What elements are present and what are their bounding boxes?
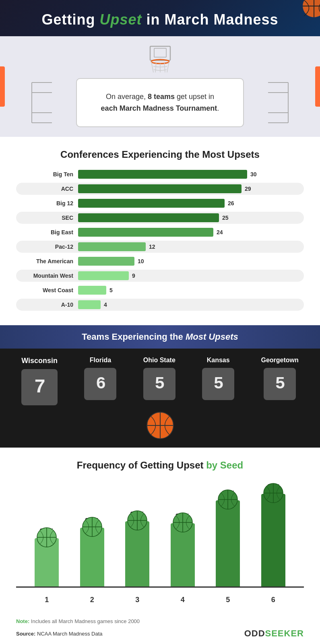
conference-bar-fill <box>78 170 247 179</box>
conference-name: Mountain West <box>21 272 73 279</box>
conference-value: 29 <box>245 186 251 192</box>
teams-section: Teams Experiencing the Most Upsets Wisco… <box>0 325 320 448</box>
conference-bar-fill <box>78 286 106 295</box>
header: Getting Upset in March Madness <box>0 0 320 36</box>
chart-x-label: 3 <box>119 596 155 604</box>
conference-value: 9 <box>132 272 135 279</box>
frequency-chart: 23% 28% 31% <box>16 483 304 588</box>
team-score: 5 <box>143 368 175 400</box>
basketball-bar-top-icon <box>127 510 148 533</box>
conferences-section: Conferences Experiencing the Most Upsets… <box>0 137 320 325</box>
conference-value: 5 <box>109 287 113 293</box>
conference-bar-track: 29 <box>78 184 299 193</box>
chart-x-labels: 123456 <box>16 592 304 604</box>
team-name: Georgetown <box>261 357 298 364</box>
conferences-title: Conferences Experiencing the Most Upsets <box>16 149 304 160</box>
basketball-hoop-icon <box>142 44 178 76</box>
conference-row: Big East 24 <box>16 226 304 238</box>
frequency-bar-col: 30% <box>165 512 201 586</box>
bracket-right-icon <box>256 76 300 129</box>
basketball-center-icon <box>0 411 320 440</box>
conference-bar-track: 30 <box>78 170 299 179</box>
orange-accent-right <box>315 66 320 107</box>
bar-visual <box>261 494 285 586</box>
conference-row: A-10 4 <box>16 299 304 311</box>
frequency-bar-col: 23% <box>29 527 65 586</box>
bar-visual <box>35 538 59 586</box>
chart-x-label: 6 <box>255 596 291 604</box>
conference-bar-fill <box>78 213 219 222</box>
conference-bar-fill <box>78 184 242 193</box>
conference-value: 12 <box>149 244 155 250</box>
teams-title: Teams Experiencing the Most Upsets <box>6 332 314 342</box>
footer-note: Note: Includes all March Madness games s… <box>16 618 304 624</box>
conference-bar-track: 24 <box>78 228 299 237</box>
basketball-bar-top-icon <box>36 527 57 549</box>
bar-visual <box>125 521 149 586</box>
conference-name: Big Ten <box>21 171 73 178</box>
bar-visual <box>216 500 240 586</box>
frequency-section: Frequency of Getting Upset by Seed 23% 2… <box>0 448 320 612</box>
teams-header-banner: Teams Experiencing the Most Upsets <box>0 325 320 349</box>
team-card: Kansas 5 <box>202 357 234 400</box>
team-card: Wisconsin 7 <box>21 357 58 405</box>
frequency-bar-col: 28% <box>74 517 110 586</box>
bar-visual <box>80 528 104 586</box>
conference-value: 30 <box>250 171 257 178</box>
frequency-bar-col: 31% <box>119 510 155 586</box>
team-card: Georgetown 5 <box>261 357 298 400</box>
svg-point-5 <box>151 60 169 64</box>
teams-grid: Wisconsin 7 Florida 6 Ohio State 5 Kansa… <box>0 357 320 405</box>
team-name: Wisconsin <box>21 357 58 365</box>
chart-x-label: 2 <box>74 596 110 604</box>
bar-visual <box>171 523 195 586</box>
conferences-chart: Big Ten 30 ACC 29 Big 12 26 SEC 25 <box>16 168 304 311</box>
team-score: 5 <box>202 368 234 400</box>
team-card: Florida 6 <box>84 357 116 400</box>
conference-bar-track: 12 <box>78 242 299 251</box>
frequency-title: Frequency of Getting Upset by Seed <box>16 460 304 471</box>
team-card: Ohio State 5 <box>143 357 175 400</box>
conference-bar-track: 4 <box>78 300 299 309</box>
basketball-bar-top-icon <box>263 483 284 505</box>
footer-source: Source: NCAA March Madness Data ODDSEEKE… <box>16 628 304 639</box>
team-score: 5 <box>264 368 296 400</box>
conference-value: 4 <box>104 301 107 308</box>
conference-value: 25 <box>222 215 229 221</box>
intro-section: On average, 8 teams get upset in each Ma… <box>0 36 320 137</box>
source-text: Source: NCAA March Madness Data <box>16 631 103 637</box>
intro-text: On average, 8 teams get upset in each Ma… <box>76 78 244 127</box>
page-title: Getting Upset in March Madness <box>8 11 312 28</box>
conference-row: The American 10 <box>16 255 304 267</box>
conference-bar-fill <box>78 300 101 309</box>
conference-bar-track: 26 <box>78 199 299 208</box>
basketball-corner-icon <box>292 0 320 28</box>
conference-name: The American <box>21 258 73 264</box>
conference-bar-fill <box>78 257 134 266</box>
bracket-left-icon <box>20 76 64 129</box>
conference-bar-track: 10 <box>78 257 299 266</box>
conference-name: A-10 <box>21 301 73 308</box>
team-name: Florida <box>90 357 111 364</box>
conference-name: Big East <box>21 229 73 235</box>
conference-bar-fill <box>78 228 213 237</box>
conference-name: ACC <box>21 186 73 192</box>
chart-x-label: 1 <box>29 596 65 604</box>
orange-accent-left <box>0 66 5 107</box>
conference-bar-fill <box>78 242 146 251</box>
footer-section: Note: Includes all March Madness games s… <box>0 612 320 644</box>
brand-logo: ODDSEEKER <box>244 628 304 639</box>
team-name: Ohio State <box>143 357 175 364</box>
team-name: Kansas <box>207 357 230 364</box>
basketball-bar-top-icon <box>217 489 238 512</box>
conference-row: Pac-12 12 <box>16 241 304 253</box>
conference-name: Pac-12 <box>21 244 73 250</box>
chart-x-label: 4 <box>165 596 201 604</box>
conference-bar-fill <box>78 199 225 208</box>
frequency-bar-col: 44% <box>255 483 291 586</box>
conference-bar-track: 9 <box>78 271 299 280</box>
conference-name: SEC <box>21 215 73 221</box>
svg-rect-4 <box>154 48 166 57</box>
conference-bar-track: 25 <box>78 213 299 222</box>
conference-value: 26 <box>228 200 234 206</box>
